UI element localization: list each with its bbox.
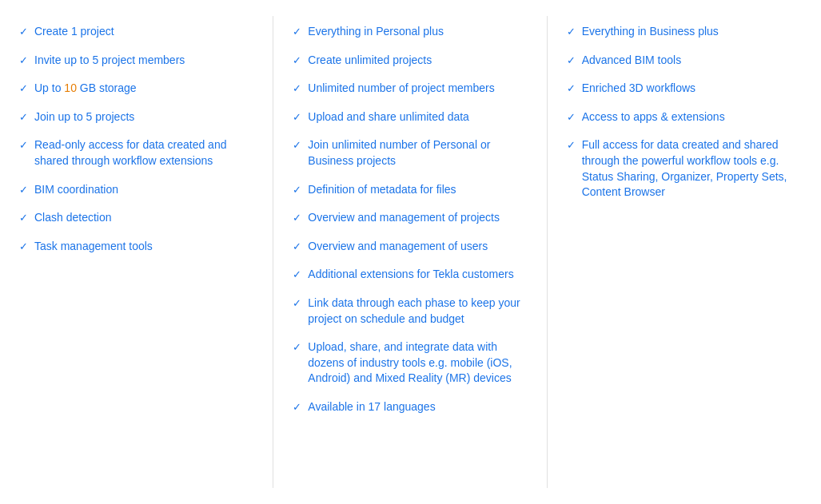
checkmark-icon: ✓ (293, 183, 301, 197)
checkmark-icon: ✓ (19, 183, 28, 197)
feature-item-text: Overview and management of users (308, 239, 488, 255)
checkmark-icon: ✓ (293, 25, 301, 39)
column-personal: ✓Create 1 project✓Invite up to 5 project… (0, 16, 273, 488)
checkmark-icon: ✓ (19, 25, 28, 39)
feature-item-text: Full access for data created and shared … (582, 137, 802, 200)
list-item: ✓Unlimited number of project members (293, 81, 528, 97)
checkmark-icon: ✓ (293, 400, 301, 415)
checkmark-icon: ✓ (19, 110, 28, 125)
checkmark-icon: ✓ (567, 81, 576, 96)
feature-list-personal: ✓Create 1 project✓Invite up to 5 project… (19, 24, 254, 254)
list-item: ✓Up to 10 GB storage (19, 81, 254, 97)
checkmark-icon: ✓ (567, 138, 576, 153)
checkmark-icon: ✓ (293, 340, 301, 355)
feature-item-text: Task management tools (34, 239, 153, 255)
feature-item-text: Enriched 3D workflows (582, 81, 695, 97)
list-item: ✓Available in 17 languages (293, 399, 528, 415)
feature-item-text: Additional extensions for Tekla customer… (308, 267, 513, 283)
feature-item-text: Unlimited number of project members (308, 81, 494, 97)
list-item: ✓Task management tools (19, 239, 254, 255)
list-item: ✓Full access for data created and shared… (567, 137, 802, 200)
checkmark-icon: ✓ (293, 81, 301, 96)
feature-item-text: Upload and share unlimited data (308, 109, 469, 125)
list-item: ✓Enriched 3D workflows (567, 81, 802, 97)
feature-item-text: Overview and management of projects (308, 210, 500, 226)
feature-item-text: Join up to 5 projects (34, 109, 134, 125)
checkmark-icon: ✓ (19, 211, 28, 225)
checkmark-icon: ✓ (19, 54, 28, 68)
feature-list-business: ✓Everything in Personal plus✓Create unli… (293, 24, 528, 415)
feature-item-text: Create 1 project (34, 24, 114, 40)
feature-item-text: Everything in Business plus (582, 24, 719, 40)
checkmark-icon: ✓ (293, 296, 301, 311)
feature-item-text: Upload, share, and integrate data with d… (308, 339, 528, 387)
list-item: ✓Read-only access for data created and s… (19, 137, 254, 169)
feature-list-enterprise: ✓Everything in Business plus✓Advanced BI… (567, 24, 802, 200)
list-item: ✓Access to apps & extensions (567, 109, 802, 125)
checkmark-icon: ✓ (293, 138, 301, 153)
checkmark-icon: ✓ (19, 138, 28, 153)
list-item: ✓BIM coordination (19, 182, 254, 198)
list-item: ✓Upload and share unlimited data (293, 109, 528, 125)
checkmark-icon: ✓ (293, 268, 301, 282)
list-item: ✓Join up to 5 projects (19, 109, 254, 125)
checkmark-icon: ✓ (293, 211, 301, 225)
feature-item-text: Create unlimited projects (308, 53, 432, 69)
list-item: ✓Everything in Personal plus (293, 24, 528, 40)
checkmark-icon: ✓ (19, 240, 28, 254)
list-item: ✓Invite up to 5 project members (19, 53, 254, 69)
list-item: ✓Create unlimited projects (293, 53, 528, 69)
list-item: ✓Create 1 project (19, 24, 254, 40)
feature-item-text: Link data through each phase to keep you… (308, 296, 528, 327)
checkmark-icon: ✓ (293, 240, 301, 254)
feature-item-text: Advanced BIM tools (582, 53, 682, 69)
feature-item-text: Available in 17 languages (308, 399, 435, 415)
list-item: ✓Advanced BIM tools (567, 53, 802, 69)
checkmark-icon: ✓ (19, 81, 28, 96)
feature-item-text: Join unlimited number of Personal or Bus… (308, 137, 528, 169)
column-enterprise: ✓Everything in Business plus✓Advanced BI… (548, 16, 821, 488)
list-item: ✓Clash detection (19, 210, 254, 226)
list-item: ✓Link data through each phase to keep yo… (293, 296, 528, 327)
feature-item-text: BIM coordination (34, 182, 118, 198)
column-business: ✓Everything in Personal plus✓Create unli… (273, 16, 547, 488)
feature-item-text: Clash detection (34, 210, 112, 226)
checkmark-icon: ✓ (567, 25, 576, 39)
feature-item-text: Access to apps & extensions (582, 109, 725, 125)
feature-item-text: Definition of metadata for files (308, 182, 456, 198)
feature-item-text: Up to 10 GB storage (34, 81, 137, 97)
list-item: ✓Overview and management of users (293, 239, 528, 255)
list-item: ✓Definition of metadata for files (293, 182, 528, 198)
list-item: ✓Join unlimited number of Personal or Bu… (293, 137, 528, 169)
checkmark-icon: ✓ (293, 54, 301, 68)
checkmark-icon: ✓ (567, 110, 576, 125)
list-item: ✓Overview and management of projects (293, 210, 528, 226)
list-item: ✓Additional extensions for Tekla custome… (293, 267, 528, 283)
checkmark-icon: ✓ (293, 110, 301, 125)
feature-item-text: Everything in Personal plus (308, 24, 444, 40)
feature-item-text: Invite up to 5 project members (34, 53, 185, 69)
checkmark-icon: ✓ (567, 54, 576, 68)
list-item: ✓Everything in Business plus (567, 24, 802, 40)
feature-item-text: Read-only access for data created and sh… (34, 137, 254, 169)
list-item: ✓Upload, share, and integrate data with … (293, 339, 528, 387)
features-container: ✓Create 1 project✓Invite up to 5 project… (0, 0, 821, 504)
